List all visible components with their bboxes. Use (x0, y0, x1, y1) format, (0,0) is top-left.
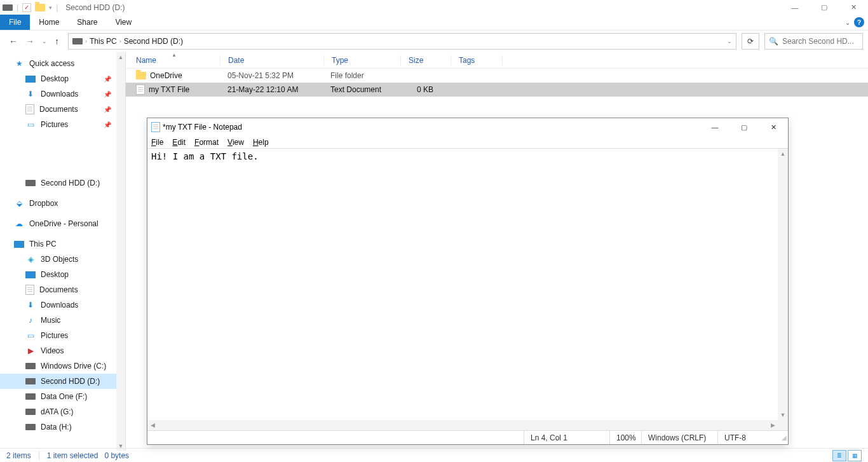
tab-share[interactable]: Share (68, 15, 106, 30)
sidebar-item-pictures-pc[interactable]: ▭Pictures (0, 328, 125, 343)
sidebar-item-documents[interactable]: Documents📌 (0, 102, 125, 117)
address-bar[interactable]: › This PC › Second HDD (D:) ⌄ (68, 33, 736, 50)
tab-view[interactable]: View (106, 15, 140, 30)
drive-icon (25, 363, 36, 369)
resize-grip-icon[interactable]: ◢ (778, 433, 788, 442)
sidebar-item-videos[interactable]: ▶Videos (0, 343, 125, 358)
refresh-button[interactable]: ⟳ (742, 33, 759, 50)
col-size[interactable]: Size (401, 56, 451, 65)
drive-icon (25, 378, 36, 384)
sidebar-item-drive-d[interactable]: Second HDD (D:) (0, 374, 125, 389)
address-drive-icon (72, 38, 83, 44)
ribbon-chevron-icon[interactable]: ⌄ (845, 19, 850, 26)
sidebar-item-desktop[interactable]: Desktop📌 (0, 71, 125, 86)
sidebar-label: Windows Drive (C:) (41, 362, 106, 370)
scroll-down-icon[interactable]: ▼ (778, 410, 788, 420)
titlebar-sep: | (17, 3, 18, 12)
notepad-vscrollbar[interactable]: ▲ ▼ (778, 149, 788, 420)
drive-icon (3, 4, 13, 11)
file-row[interactable]: my TXT File 21-May-22 12:10 AM Text Docu… (126, 83, 868, 97)
notepad-menu-format[interactable]: Format (194, 138, 219, 147)
folder-icon (35, 4, 45, 11)
scroll-left-icon[interactable]: ◀ (147, 420, 158, 430)
sidebar-label: Second HDD (D:) (41, 179, 100, 187)
sidebar-label: OneDrive - Personal (29, 219, 98, 228)
sidebar-label: Downloads (41, 90, 78, 99)
sidebar-item-drive-f[interactable]: Data One (F:) (0, 389, 125, 404)
notepad-line-ending: Windows (CRLF) (641, 431, 717, 444)
music-icon: ♪ (25, 315, 36, 325)
notepad-encoding: UTF-8 (717, 431, 778, 444)
tab-home[interactable]: Home (30, 15, 68, 30)
scroll-track[interactable] (778, 159, 788, 410)
nav-back-button[interactable]: ← (9, 36, 18, 46)
sidebar-item-desktop-pc[interactable]: Desktop (0, 267, 125, 282)
scroll-up-icon[interactable]: ▲ (778, 149, 788, 159)
notepad-minimize-button[interactable]: — (700, 118, 729, 136)
desktop-icon (25, 271, 36, 278)
breadcrumb-current[interactable]: Second HDD (D:) (124, 37, 183, 46)
notepad-close-button[interactable]: ✕ (759, 118, 788, 136)
view-details-button[interactable]: ≣ (832, 450, 846, 461)
sidebar-item-music[interactable]: ♪Music (0, 313, 125, 328)
sidebar-this-pc[interactable]: This PC (0, 236, 125, 252)
notepad-maximize-button[interactable]: ▢ (729, 118, 759, 136)
help-icon[interactable]: ? (854, 17, 864, 27)
notepad-menu-help[interactable]: Help (253, 138, 269, 147)
sidebar-item-drive-h[interactable]: Data (H:) (0, 419, 125, 435)
sidebar-item-second-hdd[interactable]: Second HDD (D:) (0, 175, 125, 191)
breadcrumb-this-pc[interactable]: This PC (90, 37, 117, 46)
sidebar-label: Second HDD (D:) (41, 377, 100, 386)
sidebar-item-drive-c[interactable]: Windows Drive (C:) (0, 358, 125, 374)
scroll-track[interactable] (116, 62, 125, 441)
notepad-text-area[interactable]: Hi! I am a TXT file. (147, 149, 778, 420)
notepad-hscrollbar[interactable]: ◀ ▶ (147, 420, 788, 430)
tab-file[interactable]: File (0, 15, 30, 30)
sidebar-scrollbar[interactable]: ▲ ▼ (116, 52, 125, 451)
sort-asc-icon: ▲ (172, 52, 177, 58)
col-tags[interactable]: Tags (451, 56, 502, 65)
qa-check-icon[interactable]: ✓ (22, 3, 31, 12)
pin-icon: 📌 (104, 91, 111, 98)
notepad-menu-file[interactable]: File (151, 138, 163, 147)
scroll-right-icon[interactable]: ▶ (768, 420, 778, 430)
breadcrumb-sep-icon[interactable]: › (119, 38, 121, 44)
sidebar-item-drive-g[interactable]: dATA (G:) (0, 404, 125, 419)
sidebar-item-downloads[interactable]: ⬇Downloads📌 (0, 86, 125, 102)
notepad-menu-view[interactable]: View (227, 138, 244, 147)
notepad-menu-edit[interactable]: Edit (172, 138, 186, 147)
scroll-track[interactable] (158, 420, 768, 430)
minimize-button[interactable]: — (780, 0, 810, 15)
breadcrumb-sep-icon[interactable]: › (85, 38, 87, 44)
nav-forward-button[interactable]: → (25, 36, 34, 46)
notepad-menubar: File Edit Format View Help (147, 136, 788, 149)
sidebar-quick-access[interactable]: ★ Quick access (0, 56, 125, 71)
sidebar-label: Data One (F:) (41, 392, 87, 401)
col-type[interactable]: Type (324, 56, 400, 65)
titlebar-dropdown-icon[interactable]: ▾ (49, 4, 52, 11)
nav-recent-dropdown[interactable]: ⌄ (42, 38, 47, 44)
nav-up-button[interactable]: ↑ (55, 36, 59, 46)
view-large-icons-button[interactable]: ▦ (848, 450, 862, 461)
maximize-button[interactable]: ▢ (810, 0, 839, 15)
status-bytes: 0 bytes (104, 451, 129, 460)
sidebar-item-documents-pc[interactable]: Documents (0, 282, 125, 297)
scroll-up-icon[interactable]: ▲ (116, 52, 125, 62)
notepad-titlebar[interactable]: *my TXT File - Notepad — ▢ ✕ (147, 118, 788, 136)
col-name[interactable]: Name▲ (126, 56, 220, 65)
sidebar-item-downloads-pc[interactable]: ⬇Downloads (0, 297, 125, 313)
col-label: Name (136, 56, 156, 65)
col-date[interactable]: Date (220, 56, 323, 65)
search-box[interactable]: 🔍 Search Second HD... (764, 33, 863, 50)
drive-icon (25, 409, 36, 415)
address-dropdown-icon[interactable]: ⌄ (727, 38, 732, 44)
nav-row: ← → ⌄ ↑ › This PC › Second HDD (D:) ⌄ ⟳ … (0, 31, 868, 52)
sidebar-item-3d-objects[interactable]: ◈3D Objects (0, 252, 125, 267)
sidebar-label: Dropbox (29, 199, 58, 208)
sidebar-item-onedrive[interactable]: ☁OneDrive - Personal (0, 216, 125, 231)
close-button[interactable]: ✕ (839, 0, 868, 15)
sidebar-item-pictures[interactable]: ▭Pictures📌 (0, 117, 125, 132)
file-row[interactable]: OneDrive 05-Nov-21 5:32 PM File folder (126, 69, 868, 83)
file-date: 05-Nov-21 5:32 PM (220, 71, 323, 80)
sidebar-item-dropbox[interactable]: ⬙Dropbox (0, 196, 125, 211)
